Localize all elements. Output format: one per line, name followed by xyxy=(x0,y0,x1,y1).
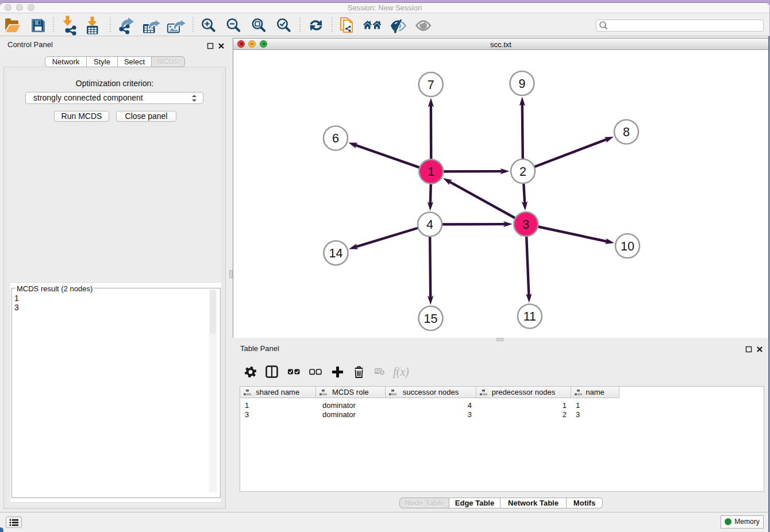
svg-text:15: 15 xyxy=(424,312,438,326)
svg-text:14: 14 xyxy=(329,246,343,260)
svg-text:3: 3 xyxy=(522,218,529,232)
svg-text:10: 10 xyxy=(621,240,634,253)
svg-text:11: 11 xyxy=(523,310,536,323)
svg-text:4: 4 xyxy=(426,218,433,232)
svg-text:f(x): f(x) xyxy=(393,365,409,379)
svg-text:2: 2 xyxy=(519,165,526,179)
svg-text:9: 9 xyxy=(519,77,526,91)
svg-text:7: 7 xyxy=(428,78,434,92)
svg-text:6: 6 xyxy=(332,132,339,145)
svg-text:1: 1 xyxy=(428,165,434,179)
svg-text:8: 8 xyxy=(623,125,630,139)
